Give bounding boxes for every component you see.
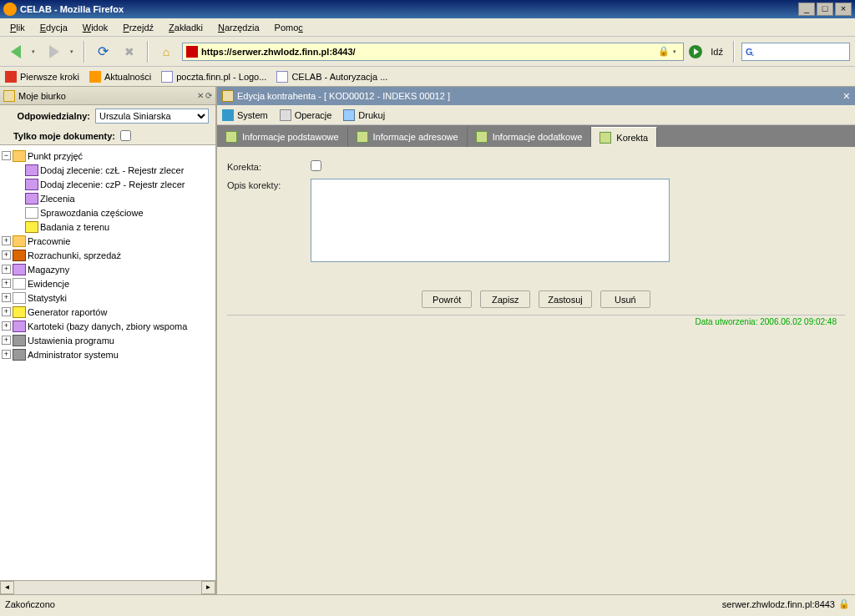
- tab-label: Informacje adresowe: [373, 132, 458, 142]
- menu-file[interactable]: Plik: [3, 21, 32, 34]
- arrow-left-icon: [11, 45, 21, 58]
- only-mine-checkbox[interactable]: [120, 130, 131, 141]
- tree-expand[interactable]: +: [2, 236, 11, 245]
- apply-button[interactable]: Zastosuj: [539, 290, 592, 308]
- menu-tools[interactable]: Narzędzia: [211, 21, 266, 34]
- form-icon: [25, 179, 38, 190]
- window-title: CELAB - Mozilla Firefox: [20, 4, 798, 14]
- tree-node-kartoteki[interactable]: Kartoteki (bazy danych, zbiory wspoma: [28, 321, 187, 331]
- toolbar-print[interactable]: Drukuj: [343, 109, 385, 121]
- delete-button[interactable]: Usuń: [600, 290, 650, 308]
- scroll-right-button[interactable]: ►: [201, 581, 215, 594]
- address-bar[interactable]: 🔒 ▾: [182, 43, 684, 61]
- tree-node-statystyki[interactable]: Statystyki: [28, 293, 67, 303]
- search-dropdown-icon: ⌄: [750, 50, 756, 58]
- stats-icon: [13, 292, 26, 304]
- user-icon: [225, 131, 237, 143]
- forward-button[interactable]: [43, 41, 65, 63]
- stop-button[interactable]: ✖: [119, 41, 140, 63]
- reload-button[interactable]: ⟳: [92, 41, 114, 63]
- reload-icon: ⟳: [98, 43, 109, 59]
- tab-bar: Informacje podstawowe Informacje adresow…: [217, 125, 855, 147]
- tree-expand[interactable]: +: [2, 350, 11, 359]
- go-label: Idź: [711, 47, 723, 57]
- tree-node-admin[interactable]: Administrator systemu: [28, 350, 119, 360]
- tree-node-dodaj-czl[interactable]: Dodaj zlecenie: czŁ - Rejestr zlecer: [40, 165, 184, 175]
- url-input[interactable]: [201, 47, 655, 57]
- tab-korekta[interactable]: Korekta: [591, 127, 657, 147]
- stop-icon: ✖: [124, 45, 134, 58]
- pin-icon: [25, 221, 38, 233]
- tree-expand[interactable]: −: [2, 151, 11, 160]
- button-row: Powrót Zapisz Zastosuj Usuń: [227, 290, 845, 316]
- opis-textarea[interactable]: [311, 179, 670, 262]
- back-button[interactable]: Powrót: [422, 290, 472, 308]
- tree-node-dodaj-czp[interactable]: Dodaj zlecenie: czP - Rejestr zlecer: [40, 179, 185, 189]
- korekta-checkbox[interactable]: [311, 160, 321, 171]
- responsible-select[interactable]: Urszula Siniarska: [95, 109, 209, 124]
- tree-expand[interactable]: +: [2, 307, 11, 316]
- content-close-button[interactable]: ×: [843, 89, 850, 103]
- content-header: Edycja kontrahenta - [ KOD00012 - INDEKS…: [217, 87, 855, 105]
- sheet-icon: [280, 109, 291, 121]
- tree-node-punkt[interactable]: Punkt przyjęć: [28, 151, 83, 161]
- restore-button[interactable]: □: [817, 3, 833, 16]
- search-bar[interactable]: G ⌄: [741, 43, 850, 61]
- menu-go[interactable]: Przejdź: [116, 21, 160, 34]
- menu-bookmarks[interactable]: Zakładki: [162, 21, 210, 34]
- tree-node-pracownie[interactable]: Pracownie: [28, 236, 70, 246]
- tree-node-generator[interactable]: Generator raportów: [28, 307, 107, 317]
- bookmark-icon: [5, 71, 17, 83]
- minimize-button[interactable]: _: [798, 3, 815, 16]
- tree-node-ustawienia[interactable]: Ustawienia programu: [28, 336, 114, 346]
- db-icon: [13, 321, 26, 332]
- form-icon: [25, 193, 38, 204]
- tree-expand[interactable]: +: [2, 293, 11, 302]
- tree-node-magazyny[interactable]: Magazyny: [28, 265, 69, 275]
- url-dropdown[interactable]: ▾: [673, 48, 680, 55]
- bookmark-celab[interactable]: CELAB - Autoryzacja ...: [276, 71, 387, 83]
- tree-expand[interactable]: +: [2, 279, 11, 288]
- tree-expand[interactable]: +: [2, 336, 11, 345]
- tree-expand[interactable]: +: [2, 250, 11, 260]
- scroll-track[interactable]: [14, 581, 201, 594]
- bookmark-mail[interactable]: poczta.finn.pl - Logo...: [161, 71, 266, 83]
- person-icon: [222, 109, 234, 121]
- tab-label: Informacje dodatkowe: [493, 132, 583, 142]
- tree-node-rozrachunki[interactable]: Rozrachunki, sprzedaż: [28, 250, 121, 260]
- bookmark-news[interactable]: Aktualności: [89, 71, 151, 83]
- toolbar-label: Drukuj: [358, 110, 385, 120]
- tree-hscrollbar[interactable]: ◄ ►: [0, 580, 215, 594]
- edit-icon: [600, 132, 611, 144]
- tab-address-info[interactable]: Informacje adresowe: [348, 127, 468, 147]
- tree-node-ewidencje[interactable]: Ewidencje: [28, 279, 69, 289]
- back-dropdown[interactable]: ▾: [32, 48, 38, 55]
- tree-expand[interactable]: +: [2, 321, 11, 331]
- tree-expand[interactable]: +: [2, 265, 11, 274]
- panel-action-collapse[interactable]: ✕: [197, 91, 204, 100]
- forward-dropdown[interactable]: ▾: [70, 48, 77, 55]
- tab-additional-info[interactable]: Informacje dodatkowe: [468, 127, 592, 147]
- toolbar-system[interactable]: System: [222, 109, 268, 121]
- back-button[interactable]: [5, 41, 27, 63]
- close-button[interactable]: ×: [835, 3, 852, 16]
- desk-icon: [3, 90, 15, 102]
- menu-help[interactable]: Pomoc: [268, 21, 310, 34]
- bookmark-first-steps[interactable]: Pierwsze kroki: [5, 71, 79, 83]
- tree-node-badania[interactable]: Badania z terenu: [40, 222, 109, 232]
- menu-view[interactable]: Widok: [76, 21, 115, 34]
- panel-action-refresh[interactable]: ⟳: [205, 91, 212, 100]
- home-icon: ⌂: [163, 45, 169, 58]
- tree-node-zlecenia[interactable]: Zlecenia: [40, 194, 75, 204]
- toolbar-operations[interactable]: Operacje: [280, 109, 332, 121]
- go-button[interactable]: [689, 45, 702, 58]
- home-button[interactable]: ⌂: [155, 41, 177, 63]
- korekta-label: Korekta:: [227, 160, 311, 172]
- tab-basic-info[interactable]: Informacje podstawowe: [217, 127, 348, 147]
- content-toolbar: System Operacje Drukuj: [217, 105, 855, 125]
- scroll-left-button[interactable]: ◄: [0, 581, 14, 594]
- printer-icon: [343, 109, 355, 121]
- save-button[interactable]: Zapisz: [480, 290, 530, 308]
- tree-node-sprawozdania[interactable]: Sprawozdania częściowe: [40, 208, 144, 218]
- menu-edit[interactable]: Edycja: [33, 21, 74, 34]
